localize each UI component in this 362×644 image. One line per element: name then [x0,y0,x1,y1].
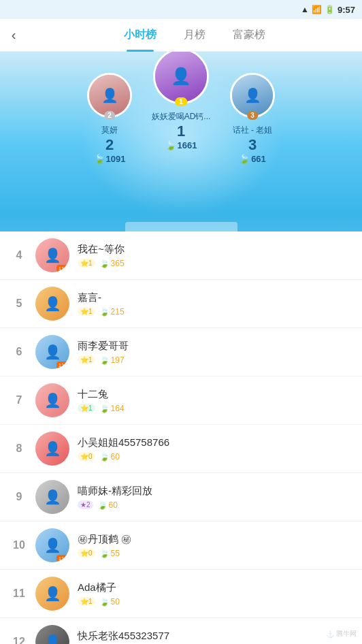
rank-number: 10 [11,539,27,551]
user-badges: ⭐1 🍃 197 [78,355,351,365]
rank1-rank-num: 1 [177,123,185,140]
rank2-coin-icon: 🍃 [94,154,105,164]
score-badge: 🍃 60 [99,452,120,462]
list-item[interactable]: 6 👤 111 雨李爱哥哥 ⭐1 🍃 197 [0,328,362,376]
hero-rank2[interactable]: 👤 2 莫妍 2 🍃 1091 [79,73,140,164]
watermark-icon: ⚓ [326,630,334,638]
rank1-score-row: 🍃 1661 [165,140,197,150]
user-badges: ⭐1 🍃 365 [78,259,351,268]
user-badges: ⭐1 🍃 215 [78,307,351,317]
rank2-avatar: 👤 2 [87,73,132,118]
hero-rank3[interactable]: 👤 3 话社 - 老姐 3 🍃 661 [222,73,283,164]
score-badge: 🍃 365 [99,259,125,268]
user-avatar: 👤 111 [35,335,69,369]
list-item[interactable]: 7 👤 十二兔 ⭐1 🍃 164 [0,376,362,425]
score-badge: 🍃 50 [99,597,120,607]
score-badge: 🍃 55 [99,549,120,558]
list-item[interactable]: 10 👤 111 ㊙丹顶鹤 ㊙ ⭐0 🍃 55 [0,521,362,570]
user-info: 小吴姐姐455758766 ⭐0 🍃 60 [78,436,351,462]
score-badge: 🍃 164 [99,404,125,413]
back-button[interactable]: ‹ [0,19,27,52]
rank-number: 12 [11,636,27,644]
user-info: 十二兔 ⭐1 🍃 164 [78,388,351,413]
user-badges: ⭐0 🍃 60 [78,452,351,462]
rank3-name: 话社 - 老姐 [222,125,283,136]
user-avatar: 👤 111 [35,238,69,272]
rank2-rank-num: 2 [105,136,114,154]
score-badge: 🍃 60 [97,500,118,510]
user-info: 快乐老张455323577 ⭐0 🍃 45 [78,630,351,645]
star-badge: ⭐1 [78,307,95,316]
user-name: 雨李爱哥哥 [78,340,351,353]
status-bar: ▲ 📶 🔋 9:57 [0,0,362,19]
user-info: 喵师妹-精彩回放 ★2 🍃 60 [78,485,351,510]
rank2-score-row: 🍃 1091 [94,154,126,164]
list-item[interactable]: 4 👤 111 我在~等你 ⭐1 🍃 365 [0,231,362,280]
rank-number: 5 [11,297,27,310]
user-info: 雨李爱哥哥 ⭐1 🍃 197 [78,340,351,365]
user-badges: ⭐0 🍃 55 [78,549,351,558]
user-name: Ada橘子 [78,581,351,594]
status-time: 9:57 [338,5,355,15]
rank1-score: 1661 [178,140,197,150]
user-info: Ada橘子 ⭐1 🍃 50 [78,581,351,607]
signal-icon: ▲ [301,5,309,14]
score-badge: 🍃 215 [99,307,125,317]
rank2-name: 莫妍 [79,125,140,136]
user-name: 十二兔 [78,388,351,401]
tab-wealthy[interactable]: 富豪榜 [219,19,279,52]
rank2-score: 1091 [106,154,126,164]
user-avatar: 👤 [35,480,69,514]
score-badge: 🍃 197 [99,355,125,365]
star-badge: ⭐0 [78,549,95,558]
rank3-rank-num: 3 [248,136,257,154]
user-name: 我在~等你 [78,243,351,256]
rank1-coin-icon: 🍃 [165,140,176,150]
user-avatar: 👤 [35,287,69,321]
list-item[interactable]: 11 👤 Ada橘子 ⭐1 🍃 50 [0,570,362,618]
user-info: 嘉言- ⭐1 🍃 215 [78,291,351,317]
status-icons: ▲ 📶 🔋 9:57 [301,5,355,15]
star-badge: ★2 [78,500,93,509]
rank-number: 4 [11,249,27,261]
rank-number: 7 [11,394,27,406]
user-info: ㊙丹顶鹤 ㊙ ⭐0 🍃 55 [78,533,351,558]
battery-icon: 🔋 [325,5,335,14]
list-item[interactable]: 5 👤 嘉言- ⭐1 🍃 215 [0,280,362,328]
rank-number: 6 [11,346,27,358]
list-item[interactable]: 8 👤 小吴姐姐455758766 ⭐0 🍃 60 [0,425,362,473]
level-badge: 111 [56,555,69,562]
rank-number: 11 [11,587,27,600]
rank3-coin-icon: 🍃 [239,154,250,164]
rank3-score-row: 🍃 661 [239,154,266,164]
user-name: ㊙丹顶鹤 ㊙ [78,533,351,546]
watermark-text: 腾牛网 [336,629,357,639]
star-badge: ⭐1 [78,355,95,364]
list-item[interactable]: 9 👤 喵师妹-精彩回放 ★2 🍃 60 [0,473,362,521]
user-avatar: 👤 [35,432,69,466]
rank2-badge: 2 [104,111,115,120]
rank1-avatar: 👤 1 [153,52,209,104]
tab-hourly[interactable]: 小时榜 [110,19,170,52]
star-badge: ⭐0 [78,452,95,461]
nav-tabs: 小时榜 月榜 富豪榜 [27,19,362,52]
user-avatar: 👤 [35,383,69,417]
tab-monthly[interactable]: 月榜 [170,19,219,52]
list-item[interactable]: 12 👤 快乐老张455323577 ⭐0 🍃 45 [0,618,362,644]
user-avatar: 👤 111 [35,528,69,562]
star-badge: ⭐1 [78,259,95,268]
user-avatar: 👤 [35,577,69,611]
star-badge: ⭐1 [78,404,95,413]
hero-rank1[interactable]: 👤 1 妖妖爱喝AD钙... 1 🍃 1661 [147,52,215,150]
user-name: 快乐老张455323577 [78,630,351,643]
rank1-badge: 1 [175,97,187,106]
user-badges: ⭐1 🍃 164 [78,404,351,413]
rank3-score: 661 [251,154,266,164]
level-badge: 111 [56,265,69,272]
user-name: 喵师妹-精彩回放 [78,485,351,498]
rank3-avatar: 👤 3 [230,73,275,118]
rank-number: 9 [11,491,27,503]
user-name: 小吴姐姐455758766 [78,436,351,449]
user-name: 嘉言- [78,291,351,304]
ranking-list: 4 👤 111 我在~等你 ⭐1 🍃 365 5 👤 嘉言- ⭐1 🍃 215 [0,231,362,644]
